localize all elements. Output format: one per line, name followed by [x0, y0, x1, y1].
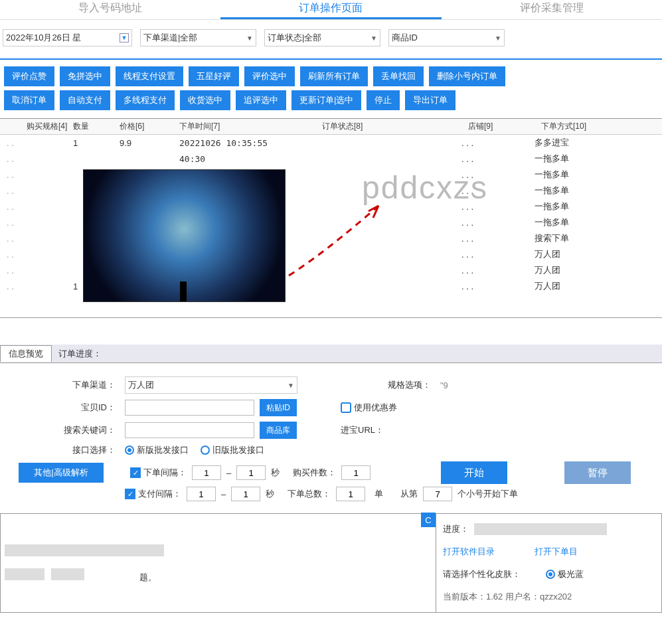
action-btn-r1-4[interactable]: 评价选中: [244, 66, 295, 86]
itemid-input[interactable]: [125, 400, 254, 416]
jinbao-label: 进宝URL：: [341, 424, 388, 436]
paste-id-button[interactable]: 粘贴ID: [260, 399, 297, 416]
side-panel: 进度： 打开软件目录 打开下单目 请选择个性化皮肤： 极光蓝 当前版本：1.62…: [436, 513, 662, 613]
action-buttons: 评价点赞免拼选中线程支付设置五星好评评价选中刷新所有订单丢单找回删除小号内订单 …: [0, 60, 662, 119]
date-value: 2022年10月26日 星: [6, 32, 81, 44]
top-tabs: 导入号码地址 订单操作页面 评价采集管理: [0, 0, 662, 20]
itemid-label: 宝贝ID：: [7, 402, 120, 414]
tab-info-preview[interactable]: 信息预览: [0, 345, 52, 362]
checkbox-icon: [341, 402, 351, 413]
bottom-panels: C 题。 进度： 打开软件目录 打开下单目 请选择个性化皮肤： 极光蓝 当前版本…: [0, 513, 662, 613]
progress-label: 进度：: [443, 523, 469, 535]
c-button[interactable]: C: [421, 513, 436, 527]
productid-select[interactable]: 商品ID ▼: [388, 29, 505, 46]
skin-option-radio[interactable]: 极光蓝: [546, 568, 584, 580]
api-label: 接口选择：: [7, 444, 120, 456]
spec-hint: "9: [440, 380, 448, 390]
product-lib-button[interactable]: 商品库: [260, 422, 297, 439]
action-btn-r2-3[interactable]: 收货选中: [180, 90, 230, 110]
info-tabs-bar: 信息预览 订单进度：: [0, 345, 662, 363]
from-account-input[interactable]: [423, 487, 452, 501]
radio-icon: [125, 445, 134, 455]
status-select[interactable]: 订单状态|全部 ▼: [264, 29, 380, 46]
channel-select[interactable]: 下单渠道|全部 ▼: [140, 29, 256, 46]
pay-interval-check[interactable]: ✓ 支付间隔：: [125, 488, 181, 500]
radio-icon: [546, 570, 555, 579]
col-qty[interactable]: 数量: [73, 121, 120, 132]
action-btn-r1-5[interactable]: 刷新所有订单: [300, 66, 368, 86]
keyword-input[interactable]: [125, 422, 254, 438]
radio-icon: [201, 445, 210, 455]
version-line: 当前版本：1.62 用户名：qzzx202: [443, 591, 655, 603]
checkbox-checked-icon: ✓: [130, 467, 141, 478]
col-status[interactable]: 订单状态[8]: [309, 121, 461, 132]
filter-bar: 2022年10月26日 星 ▼ 下单渠道|全部 ▼ 订单状态|全部 ▼ 商品ID…: [0, 20, 662, 60]
action-btn-r2-5[interactable]: 更新订单|选中: [291, 90, 361, 110]
action-btn-r2-4[interactable]: 追评选中: [236, 90, 286, 110]
table-header: 购买规格[4] 数量 价格[6] 下单时间[7] 订单状态[8] 店铺[9] 下…: [0, 119, 662, 135]
action-btn-r1-0[interactable]: 评价点赞: [4, 66, 54, 86]
api-old-radio[interactable]: 旧版批发接口: [201, 444, 264, 456]
action-btn-r2-2[interactable]: 多线程支付: [116, 90, 175, 110]
col-price[interactable]: 价格[6]: [120, 121, 179, 132]
log-panel: C 题。: [0, 513, 436, 613]
chevron-down-icon: ▼: [246, 35, 253, 42]
keyword-label: 搜索关键词：: [7, 424, 120, 436]
order-progress-label: 订单进度：: [58, 348, 102, 360]
action-btn-r1-1[interactable]: 免拼选中: [60, 66, 110, 86]
order-interval-check[interactable]: ✓ 下单间隔：: [130, 467, 187, 479]
use-coupon-checkbox[interactable]: 使用优惠券: [341, 402, 397, 414]
totalcount-input[interactable]: [336, 487, 365, 501]
open-soft-dir-link[interactable]: 打开软件目录: [443, 546, 495, 558]
action-btn-r1-3[interactable]: 五星好评: [189, 66, 239, 86]
skin-label: 请选择个性化皮肤：: [443, 568, 521, 580]
order-form: 下单渠道： 万人团 ▼ 规格选项： "9 宝贝ID： 粘贴ID 使用优惠券 搜索…: [0, 363, 662, 508]
api-new-radio[interactable]: 新版批发接口: [125, 444, 189, 456]
tab-import[interactable]: 导入号码地址: [0, 0, 220, 19]
table-row[interactable]: . .19.920221026 10:35:55. . .多多进宝: [0, 135, 662, 151]
pay-int-max[interactable]: [231, 487, 260, 501]
channel-label: 下单渠道：: [7, 379, 120, 391]
buycount-label: 购买件数：: [293, 467, 336, 479]
checkbox-checked-icon: ✓: [125, 489, 135, 499]
col-method[interactable]: 下单方式[10]: [535, 121, 627, 132]
spec-label: 规格选项：: [388, 379, 435, 391]
action-btn-r2-0[interactable]: 取消订单: [4, 90, 54, 110]
action-btn-r2-6[interactable]: 停止: [367, 90, 400, 110]
chevron-down-icon: ▼: [371, 35, 377, 42]
col-time[interactable]: 下单时间[7]: [179, 121, 309, 132]
action-btn-r1-2[interactable]: 线程支付设置: [116, 66, 183, 86]
action-btn-r2-1[interactable]: 自动支付: [60, 90, 110, 110]
form-channel-select[interactable]: 万人团 ▼: [125, 376, 297, 394]
buycount-input[interactable]: [341, 465, 371, 480]
chevron-down-icon: ▼: [120, 33, 129, 42]
open-order-dir-link[interactable]: 打开下单目: [535, 546, 578, 558]
tab-review-mgmt[interactable]: 评价采集管理: [442, 0, 662, 19]
action-btn-r2-7[interactable]: 导出订单: [405, 90, 455, 110]
order-int-min[interactable]: [192, 465, 221, 480]
action-btn-r1-6[interactable]: 丢单找回: [373, 66, 424, 86]
table-row[interactable]: . . 40:30. . .一拖多单: [0, 151, 662, 167]
earth-overlay-image: [83, 169, 286, 302]
pay-int-min[interactable]: [187, 487, 216, 501]
order-int-max[interactable]: [236, 465, 266, 480]
chevron-down-icon: ▼: [288, 382, 294, 389]
col-shop[interactable]: 店铺[9]: [461, 121, 535, 132]
tab-order-ops[interactable]: 订单操作页面: [220, 0, 441, 19]
action-btn-r1-7[interactable]: 删除小号内订单: [429, 66, 505, 86]
pause-button[interactable]: 暂停: [564, 461, 631, 484]
other-parse-button[interactable]: 其他|高级解析: [19, 463, 104, 483]
start-button[interactable]: 开始: [441, 461, 507, 484]
totalcount-label: 下单总数：: [288, 488, 331, 500]
chevron-down-icon: ▼: [495, 35, 501, 42]
date-picker[interactable]: 2022年10月26日 星 ▼: [3, 29, 132, 46]
col-spec[interactable]: 购买规格[4]: [0, 121, 73, 132]
